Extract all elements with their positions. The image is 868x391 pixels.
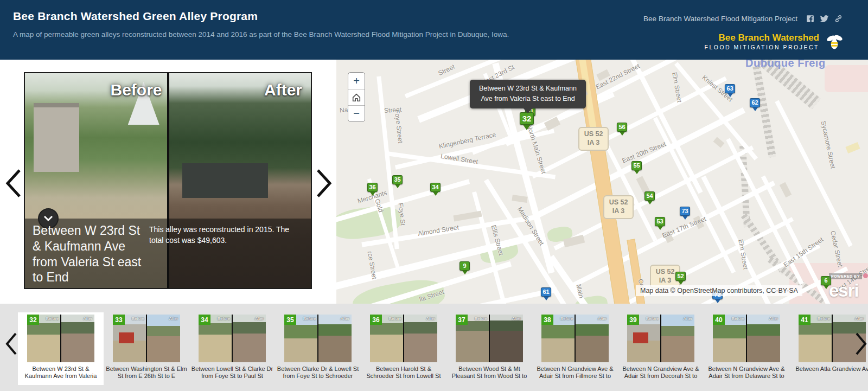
map-area-label: Dubuque Freig xyxy=(745,60,826,69)
link-icon[interactable] xyxy=(834,14,843,23)
map-road xyxy=(674,62,758,160)
carousel-item-38[interactable]: BeforeAfter38Between N Grandview Ave & A… xyxy=(532,312,618,385)
thumb-after-half xyxy=(404,315,437,362)
map-marker-54[interactable]: 54 xyxy=(644,191,655,204)
thumb-caption: Between Atla Grandview Av xyxy=(791,366,868,380)
carousel-item-34[interactable]: BeforeAfter34Between Lowell St & Clarke … xyxy=(189,312,275,385)
tooltip-line1: Between W 23rd St & Kaufmann xyxy=(479,85,577,92)
shield-line2: IA 3 xyxy=(588,139,599,148)
caption-overlay: Between W 23rd St & Kaufmann Ave from Va… xyxy=(25,219,311,288)
map-bld xyxy=(453,210,482,221)
marker-tail xyxy=(647,201,653,204)
thumb-before-label: Before xyxy=(560,316,573,321)
thumb-after-half xyxy=(746,315,780,362)
thumbnail-image: BeforeAfter37 xyxy=(456,315,523,362)
thumbnail-image: BeforeAfter34 xyxy=(199,315,266,362)
marker-number: 55 xyxy=(631,161,642,170)
marker-tail xyxy=(752,107,758,111)
carousel-item-35[interactable]: BeforeAfter35Between Clarke Dr & Lowell … xyxy=(275,312,361,385)
thumbnail-carousel: BeforeAfter32Between W 23rd St & Kaufman… xyxy=(0,304,868,391)
thumb-before-label: Before xyxy=(732,316,745,321)
next-photo-button[interactable] xyxy=(315,168,333,198)
shield-line2: IA 3 xyxy=(659,277,671,285)
thumb-number-badge: 34 xyxy=(199,315,210,325)
marker-tooltip: Between W 23rd St & Kaufmann Ave from Va… xyxy=(470,80,586,108)
thumb-before-label: Before xyxy=(389,316,402,321)
marker-tail xyxy=(433,192,438,196)
zoom-in-button[interactable]: + xyxy=(348,73,365,89)
map-marker-61[interactable]: 61 xyxy=(541,287,551,300)
map-marker-35[interactable]: 35 xyxy=(392,175,403,188)
thumb-after-half xyxy=(146,315,180,362)
highway-shield: US 52IA 3 xyxy=(603,195,634,219)
facebook-icon[interactable] xyxy=(806,14,815,23)
carousel-item-32[interactable]: BeforeAfter32Between W 23rd St & Kaufman… xyxy=(18,312,104,385)
bee-branch-logo[interactable]: Bee Branch Watershed FLOOD MITIGATION PR… xyxy=(705,33,844,50)
map-marker-36[interactable]: 36 xyxy=(367,183,378,196)
map-marker-9[interactable]: 9 xyxy=(459,261,470,274)
marker-number: 56 xyxy=(617,123,627,132)
marker-tail xyxy=(682,216,688,220)
carousel-item-39[interactable]: BeforeAfter39Between N Grandview Ave & A… xyxy=(618,312,704,385)
thumb-caption: Between N Grandview Ave & Adair St from … xyxy=(620,366,702,380)
marker-number: 54 xyxy=(644,191,655,201)
carousel-item-37[interactable]: BeforeAfter37Between Wood St & Mt Pleasa… xyxy=(446,312,532,385)
zoom-out-button[interactable]: − xyxy=(348,105,365,121)
thumb-before-label: Before xyxy=(218,316,231,321)
carousel-item-36[interactable]: BeforeAfter36Between Harold St & Schroed… xyxy=(361,312,446,385)
thumb-number-badge: 37 xyxy=(456,315,468,325)
thumb-before-label: Before xyxy=(646,316,659,321)
logo-line1: Bee Branch Watershed xyxy=(705,33,819,43)
street-label: Foye Street xyxy=(393,109,404,143)
map-marker-34[interactable]: 34 xyxy=(430,183,441,196)
marker-tail xyxy=(544,297,549,300)
page-title: Bee Branch Watershed Green Alley Program xyxy=(13,10,258,23)
carousel-next-button[interactable] xyxy=(854,332,868,356)
thumb-after-label: After xyxy=(169,316,178,321)
photo-description: This alley was reconstructed in 2015. Th… xyxy=(149,224,305,246)
carousel-item-33[interactable]: BeforeAfter33Between Washington St & Elm… xyxy=(104,312,189,385)
thumb-number-badge: 33 xyxy=(113,315,125,325)
map-road xyxy=(653,117,736,274)
thumbnail-image: BeforeAfter39 xyxy=(627,315,694,362)
map-marker-52[interactable]: 52 xyxy=(675,272,686,285)
map-attribution: Map data © OpenStreetMap contributors, C… xyxy=(636,285,802,296)
map-marker-63[interactable]: 63 xyxy=(725,84,735,97)
marker-number: 32 xyxy=(520,112,534,125)
thumb-caption: Between W 23rd St & Kaufmann Ave from Va… xyxy=(20,366,102,380)
marker-number: 52 xyxy=(675,272,686,281)
map-marker-32[interactable]: 32 xyxy=(520,112,534,130)
map-bld xyxy=(713,137,725,148)
shield-line1: US 52 xyxy=(656,268,675,277)
marker-tail xyxy=(620,132,625,136)
map-marker-73[interactable]: 73 xyxy=(680,207,690,220)
carousel-item-40[interactable]: BeforeAfter40Between N Grandview Ave & A… xyxy=(704,312,789,385)
shield-line2: IA 3 xyxy=(612,207,624,216)
twitter-icon[interactable] xyxy=(820,14,829,23)
map-zoom-control: + − xyxy=(348,72,365,122)
marker-number: 35 xyxy=(392,175,403,184)
thumb-before-label: Before xyxy=(818,316,831,321)
home-button[interactable] xyxy=(348,89,365,105)
marker-tail xyxy=(634,170,640,174)
previous-photo-button[interactable] xyxy=(4,168,23,198)
thumb-before-label: Before xyxy=(132,316,145,321)
thumb-number-badge: 41 xyxy=(799,315,810,325)
map-canvas[interactable]: West 23rd StStreetEast 22nd StreetKniest… xyxy=(336,60,868,304)
map-marker-62[interactable]: 62 xyxy=(750,98,760,111)
thumb-after-label: After xyxy=(769,316,778,321)
tooltip-line2: Ave from Valeria St east to End xyxy=(481,95,575,102)
street-label: Elm Street xyxy=(671,72,684,103)
marker-tail xyxy=(715,299,720,303)
before-after-photo: Before After Between W 23rd St & Kaufman… xyxy=(24,72,312,289)
map-marker-53[interactable]: 53 xyxy=(655,217,665,230)
thumb-caption: Between Washington St & Elm St from E 26… xyxy=(105,366,188,380)
project-link[interactable]: Bee Branch Watershed Flood Mitigation Pr… xyxy=(643,15,797,23)
marker-number: 62 xyxy=(750,98,760,107)
map-marker-56[interactable]: 56 xyxy=(617,123,627,136)
marker-tail xyxy=(395,184,400,188)
thumb-caption: Between Harold St & Schroeder St from Lo… xyxy=(362,366,445,380)
carousel-prev-button[interactable] xyxy=(4,332,18,356)
map-marker-55[interactable]: 55 xyxy=(631,161,642,174)
marker-tail xyxy=(462,271,468,274)
